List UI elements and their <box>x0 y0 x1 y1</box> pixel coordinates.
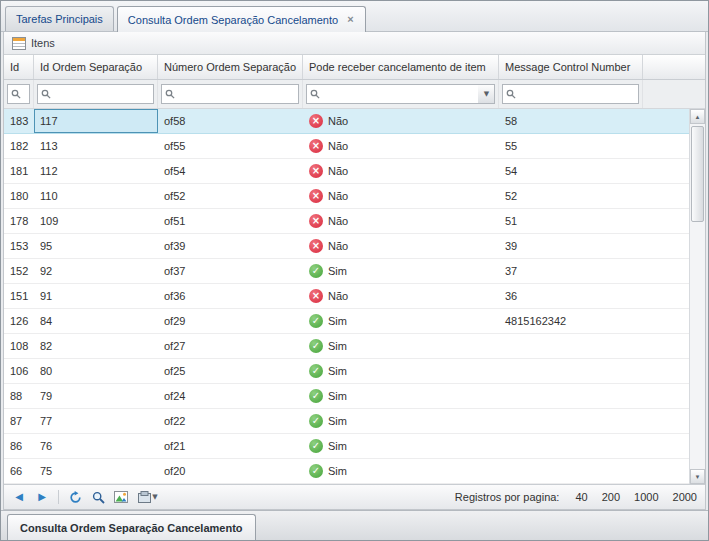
zoom-button[interactable] <box>89 488 107 506</box>
cell-message-control-number[interactable] <box>499 334 643 358</box>
table-row[interactable]: 108 82 of27 ✓ Sim <box>4 334 689 359</box>
cell-id-ordem-separacao[interactable]: 113 <box>34 134 158 158</box>
cell-message-control-number[interactable]: 54 <box>499 159 643 183</box>
export-button[interactable] <box>112 488 130 506</box>
prev-page-button[interactable]: ◀ <box>10 488 28 506</box>
table-row[interactable]: 106 80 of25 ✓ Sim <box>4 359 689 384</box>
filter-text-pode-receber[interactable] <box>323 86 475 102</box>
cell-id-ordem-separacao[interactable]: 75 <box>34 459 158 483</box>
cell-numero-ordem-separacao[interactable]: of58 <box>158 109 303 133</box>
table-row[interactable]: 153 95 of39 × Não 39 <box>4 234 689 259</box>
cell-pode-receber[interactable]: × Não <box>303 209 499 233</box>
scroll-up-button[interactable]: ▲ <box>690 109 705 124</box>
filter-text-id-ordem-separacao[interactable] <box>54 86 150 102</box>
table-row[interactable]: 180 110 of52 × Não 52 <box>4 184 689 209</box>
scroll-down-button[interactable]: ▼ <box>690 469 705 484</box>
cell-numero-ordem-separacao[interactable]: of21 <box>158 434 303 458</box>
tab-tarefas-principais[interactable]: Tarefas Principais <box>5 6 114 31</box>
cell-id-ordem-separacao[interactable]: 95 <box>34 234 158 258</box>
filter-input-id[interactable] <box>7 84 30 104</box>
page-size-option-2000[interactable]: 2000 <box>673 491 697 503</box>
cell-pode-receber[interactable]: ✓ Sim <box>303 409 499 433</box>
cell-message-control-number[interactable]: 58 <box>499 109 643 133</box>
cell-id-ordem-separacao[interactable]: 77 <box>34 409 158 433</box>
cell-pode-receber[interactable]: × Não <box>303 284 499 308</box>
column-header-message-control-number[interactable]: Message Control Number <box>499 55 643 79</box>
cell-numero-ordem-separacao[interactable]: of54 <box>158 159 303 183</box>
scrollbar-thumb[interactable] <box>691 126 704 222</box>
table-row[interactable]: 88 79 of24 ✓ Sim <box>4 384 689 409</box>
combo-dropdown-trigger[interactable]: ▼ <box>478 84 495 104</box>
cell-pode-receber[interactable]: ✓ Sim <box>303 334 499 358</box>
cell-id-ordem-separacao[interactable]: 112 <box>34 159 158 183</box>
cell-numero-ordem-separacao[interactable]: of27 <box>158 334 303 358</box>
cell-numero-ordem-separacao[interactable]: of52 <box>158 184 303 208</box>
cell-id[interactable]: 182 <box>4 134 34 158</box>
cell-id-ordem-separacao[interactable]: 80 <box>34 359 158 383</box>
cell-pode-receber[interactable]: ✓ Sim <box>303 359 499 383</box>
table-row[interactable]: 178 109 of51 × Não 51 <box>4 209 689 234</box>
page-size-option-1000[interactable]: 1000 <box>634 491 658 503</box>
cell-pode-receber[interactable]: × Não <box>303 234 499 258</box>
cell-pode-receber[interactable]: × Não <box>303 134 499 158</box>
table-row[interactable]: 126 84 of29 ✓ Sim 4815162342 <box>4 309 689 334</box>
cell-id-ordem-separacao[interactable]: 82 <box>34 334 158 358</box>
cell-id[interactable]: 183 <box>4 109 34 133</box>
filter-combo-pode-receber[interactable] <box>306 84 478 104</box>
cell-message-control-number[interactable] <box>499 459 643 483</box>
cell-numero-ordem-separacao[interactable]: of51 <box>158 209 303 233</box>
cell-pode-receber[interactable]: ✓ Sim <box>303 384 499 408</box>
cell-numero-ordem-separacao[interactable]: of20 <box>158 459 303 483</box>
cell-pode-receber[interactable]: ✓ Sim <box>303 259 499 283</box>
column-header-numero-ordem-separacao[interactable]: Número Ordem Separação <box>158 55 303 79</box>
cell-id[interactable]: 181 <box>4 159 34 183</box>
table-row[interactable]: 182 113 of55 × Não 55 <box>4 134 689 159</box>
cell-id[interactable]: 66 <box>4 459 34 483</box>
column-header-id[interactable]: Id <box>4 55 34 79</box>
cell-id-ordem-separacao[interactable]: 76 <box>34 434 158 458</box>
cell-pode-receber[interactable]: × Não <box>303 159 499 183</box>
cell-id[interactable]: 178 <box>4 209 34 233</box>
table-row[interactable]: 152 92 of37 ✓ Sim 37 <box>4 259 689 284</box>
cell-id[interactable]: 86 <box>4 434 34 458</box>
cell-id[interactable]: 106 <box>4 359 34 383</box>
column-header-pode-receber-cancelamento[interactable]: Pode receber cancelamento de item <box>303 55 499 79</box>
cell-message-control-number[interactable]: 36 <box>499 284 643 308</box>
cell-id[interactable]: 126 <box>4 309 34 333</box>
cell-id[interactable]: 87 <box>4 409 34 433</box>
cell-pode-receber[interactable]: ✓ Sim <box>303 459 499 483</box>
cell-id-ordem-separacao[interactable]: 91 <box>34 284 158 308</box>
table-row[interactable]: 66 75 of20 ✓ Sim <box>4 459 689 484</box>
cell-numero-ordem-separacao[interactable]: of36 <box>158 284 303 308</box>
cell-pode-receber[interactable]: ✓ Sim <box>303 434 499 458</box>
next-page-button[interactable]: ▶ <box>33 488 51 506</box>
cell-id-ordem-separacao[interactable]: 109 <box>34 209 158 233</box>
filter-text-numero-ordem-separacao[interactable] <box>178 86 295 102</box>
table-row[interactable]: 86 76 of21 ✓ Sim <box>4 434 689 459</box>
cell-message-control-number[interactable]: 37 <box>499 259 643 283</box>
table-row[interactable]: 87 77 of22 ✓ Sim <box>4 409 689 434</box>
cell-message-control-number[interactable] <box>499 359 643 383</box>
cell-id-ordem-separacao[interactable]: 84 <box>34 309 158 333</box>
filter-input-numero-ordem-separacao[interactable] <box>161 84 299 104</box>
table-row[interactable]: 151 91 of36 × Não 36 <box>4 284 689 309</box>
tab-consulta-ordem-separacao-cancelamento[interactable]: Consulta Ordem Separação Cancelamento × <box>117 6 366 32</box>
actions-menu-button[interactable]: ▼ <box>135 488 161 506</box>
page-size-option-40[interactable]: 40 <box>575 491 587 503</box>
cell-id[interactable]: 108 <box>4 334 34 358</box>
cell-pode-receber[interactable]: × Não <box>303 184 499 208</box>
cell-message-control-number[interactable]: 4815162342 <box>499 309 643 333</box>
filter-input-id-ordem-separacao[interactable] <box>37 84 154 104</box>
cell-message-control-number[interactable]: 51 <box>499 209 643 233</box>
cell-id[interactable]: 180 <box>4 184 34 208</box>
filter-input-message-control-number[interactable] <box>502 84 639 104</box>
cell-numero-ordem-separacao[interactable]: of22 <box>158 409 303 433</box>
cell-numero-ordem-separacao[interactable]: of25 <box>158 359 303 383</box>
close-icon[interactable]: × <box>346 14 354 25</box>
itens-button[interactable]: Itens <box>8 35 63 52</box>
cell-pode-receber[interactable]: × Não <box>303 109 499 133</box>
cell-message-control-number[interactable] <box>499 409 643 433</box>
page-size-option-200[interactable]: 200 <box>602 491 620 503</box>
cell-id[interactable]: 151 <box>4 284 34 308</box>
cell-id[interactable]: 153 <box>4 234 34 258</box>
